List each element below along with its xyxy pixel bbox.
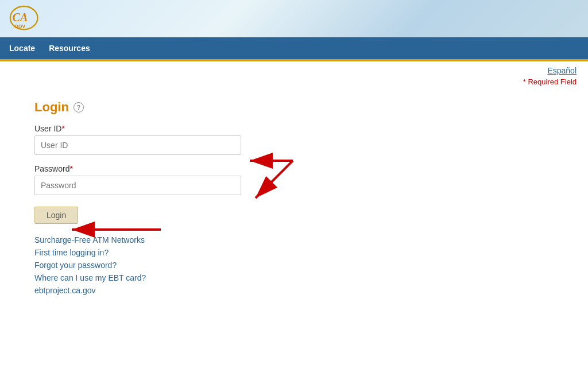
forgot-password-link[interactable]: Forgot your password? xyxy=(34,261,554,270)
where-ebt-link[interactable]: Where can I use my EBT card? xyxy=(34,273,554,282)
espanol-link[interactable]: Español xyxy=(547,66,577,75)
required-star: * xyxy=(523,77,526,86)
links-section: Surcharge-Free ATM Networks First time l… xyxy=(34,235,554,295)
login-button[interactable]: Login xyxy=(34,207,78,224)
required-field-note: * Required Field xyxy=(0,77,577,86)
nav-locate[interactable]: Locate xyxy=(9,44,35,53)
first-time-link[interactable]: First time logging in? xyxy=(34,248,554,257)
svg-text:CA: CA xyxy=(13,10,28,23)
login-title-text: Login xyxy=(34,100,69,115)
required-field-text: Required Field xyxy=(528,77,577,86)
password-field-group: Password* xyxy=(34,164,554,195)
svg-text:.GOV: .GOV xyxy=(13,24,25,29)
user-id-required-star: * xyxy=(61,124,64,133)
navbar: Locate Resources xyxy=(0,37,588,59)
top-right-links: Español * Required Field xyxy=(0,61,588,88)
ca-logo: CA .GOV xyxy=(9,5,41,33)
password-input[interactable] xyxy=(34,176,241,195)
main-content: Login ? User ID* Password* Login Surchar… xyxy=(0,88,588,306)
help-icon[interactable]: ? xyxy=(74,102,84,112)
user-id-input[interactable] xyxy=(34,135,241,155)
user-id-label: User ID* xyxy=(34,124,554,133)
password-required-star: * xyxy=(69,164,72,173)
user-id-field-group: User ID* xyxy=(34,124,554,155)
login-title: Login ? xyxy=(34,100,554,115)
ebt-project-link[interactable]: ebtproject.ca.gov xyxy=(34,286,554,295)
password-label: Password* xyxy=(34,164,554,173)
nav-resources[interactable]: Resources xyxy=(49,44,90,53)
page-header: CA .GOV xyxy=(0,0,588,37)
surcharge-free-link[interactable]: Surcharge-Free ATM Networks xyxy=(34,235,554,244)
